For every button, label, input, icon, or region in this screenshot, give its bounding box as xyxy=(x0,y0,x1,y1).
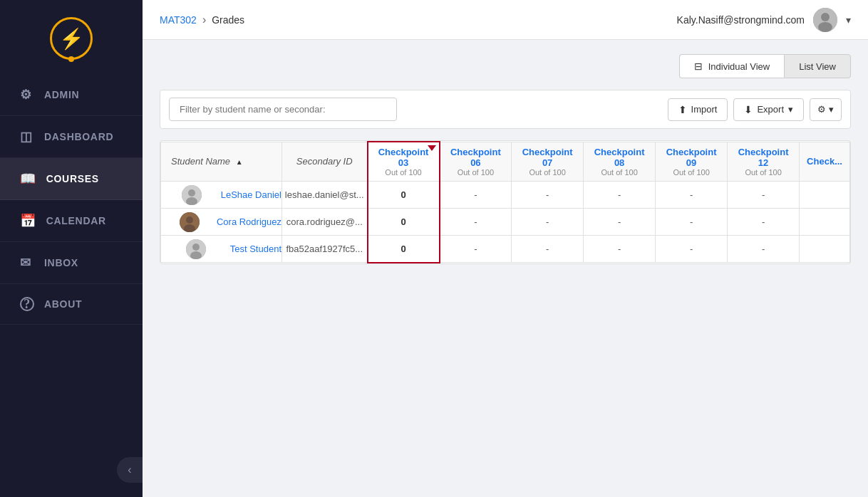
user-menu-chevron[interactable]: ▾ xyxy=(846,14,851,26)
grade-table: Student Name ▲ Secondary ID Checkpoint 0… xyxy=(160,141,850,263)
checkpoint-03-corner-marker xyxy=(428,145,436,151)
student-name-link[interactable]: LeShae Daniel xyxy=(221,189,281,200)
svg-point-7 xyxy=(186,216,193,224)
svg-point-4 xyxy=(188,189,195,197)
logo-circle: ⚡ xyxy=(50,17,93,60)
sidebar-item-calendar[interactable]: 📅 CALENDAR xyxy=(0,200,143,242)
avatar xyxy=(180,212,200,232)
import-label: Import xyxy=(691,104,718,115)
student-name-cell: Test Student xyxy=(161,236,282,263)
sidebar-item-about-label: ABOUT xyxy=(44,298,82,310)
sort-arrow-icon: ▲ xyxy=(236,158,243,166)
about-icon: ? xyxy=(20,297,34,311)
sidebar-item-dashboard[interactable]: ◫ DASHBOARD xyxy=(0,116,143,158)
calendar-icon: 📅 xyxy=(20,213,36,229)
cp06-cell: - xyxy=(440,182,512,209)
secondary-id-cell: fba52aaf1927fc5... xyxy=(282,236,368,263)
topbar-right: Kaly.Nasiff@strongmind.com ▾ xyxy=(677,8,851,32)
sidebar-item-admin[interactable]: ⚙ ADMIN xyxy=(0,74,143,116)
individual-view-icon: ⊟ xyxy=(694,61,703,72)
checkpoint-03-value[interactable]: 0 xyxy=(368,236,440,263)
export-icon: ⬇ xyxy=(744,104,753,115)
cp07-cell: - xyxy=(512,182,584,209)
dashboard-icon: ◫ xyxy=(20,129,34,145)
student-name-link[interactable]: Test Student xyxy=(230,244,281,254)
toolbar: ⬆ Import ⬇ Export ▾ ⚙ ▾ xyxy=(160,90,851,129)
checkpoint-12-header[interactable]: Checkpoint 12 Out of 100 xyxy=(728,142,800,182)
content-area: ⊟ Individual View List View ⬆ Import ⬇ E… xyxy=(143,40,868,497)
checkpoint-07-header[interactable]: Checkpoint 07 Out of 100 xyxy=(512,142,584,182)
user-email: Kaly.Nasiff@strongmind.com xyxy=(677,14,805,26)
inbox-icon: ✉ xyxy=(20,255,34,271)
checkpoint-03-header[interactable]: Checkpoint 03 Out of 100 xyxy=(368,142,440,182)
sidebar: ⚡ ⚙ ADMIN ◫ DASHBOARD 📖 COURSES 📅 CALEND… xyxy=(0,0,143,497)
table-row: Test Student fba52aaf1927fc5... 0 - - - … xyxy=(161,236,850,263)
student-name-link[interactable]: Cora Rodriguez xyxy=(217,216,281,227)
cp07-cell: - xyxy=(512,209,584,236)
cp12-cell: - xyxy=(728,209,800,236)
settings-dropdown-arrow: ▾ xyxy=(829,104,834,115)
filter-input[interactable] xyxy=(169,98,397,121)
cp08-cell: - xyxy=(584,182,656,209)
table-row: LeShae Daniel leshae.daniel@st... 0 - - … xyxy=(161,182,850,209)
checkpoint-09-header[interactable]: Checkpoint 09 Out of 100 xyxy=(656,142,728,182)
sidebar-item-dashboard-label: DASHBOARD xyxy=(44,131,113,142)
cp-more-cell xyxy=(800,209,850,236)
svg-point-1 xyxy=(821,13,830,21)
view-toggle: ⊟ Individual View List View xyxy=(160,54,851,78)
export-label: Export xyxy=(757,104,784,115)
export-button[interactable]: ⬇ Export ▾ xyxy=(733,98,804,121)
export-dropdown-arrow: ▾ xyxy=(788,104,793,115)
secondary-id-header[interactable]: Secondary ID xyxy=(282,142,368,182)
secondary-id-cell: cora.rodriguez@... xyxy=(282,209,368,236)
table-row: Cora Rodriguez cora.rodriguez@... 0 - - … xyxy=(161,209,850,236)
settings-button[interactable]: ⚙ ▾ xyxy=(810,98,842,121)
breadcrumb-separator: › xyxy=(202,14,206,26)
toolbar-actions: ⬆ Import ⬇ Export ▾ ⚙ ▾ xyxy=(668,98,842,121)
admin-icon: ⚙ xyxy=(20,87,34,103)
cp09-cell: - xyxy=(656,209,728,236)
checkpoint-08-header[interactable]: Checkpoint 08 Out of 100 xyxy=(584,142,656,182)
sidebar-item-about[interactable]: ? ABOUT xyxy=(0,284,143,325)
avatar xyxy=(813,8,837,32)
import-icon: ⬆ xyxy=(678,104,687,115)
list-view-button[interactable]: List View xyxy=(784,54,851,78)
sidebar-item-courses-label: COURSES xyxy=(46,173,99,184)
avatar xyxy=(182,185,202,205)
cp12-cell: - xyxy=(728,236,800,263)
checkpoint-03-value[interactable]: 0 xyxy=(368,182,440,209)
cp06-cell: - xyxy=(440,236,512,263)
sidebar-item-inbox[interactable]: ✉ INBOX xyxy=(0,242,143,284)
sidebar-item-admin-label: ADMIN xyxy=(44,89,79,100)
settings-gear-icon: ⚙ xyxy=(817,104,826,115)
cp12-cell: - xyxy=(728,182,800,209)
cp-more-cell xyxy=(800,236,850,263)
main-content: MAT302 › Grades Kaly.Nasiff@strongmind.c… xyxy=(143,0,868,497)
breadcrumb: MAT302 › Grades xyxy=(160,14,244,26)
import-button[interactable]: ⬆ Import xyxy=(668,98,728,121)
logo-container: ⚡ xyxy=(0,0,143,74)
checkpoint-more-header[interactable]: Check... xyxy=(800,142,850,182)
cp08-cell: - xyxy=(584,209,656,236)
student-name-cell: Cora Rodriguez xyxy=(161,209,282,236)
cp07-cell: - xyxy=(512,236,584,263)
topbar: MAT302 › Grades Kaly.Nasiff@strongmind.c… xyxy=(143,0,868,40)
breadcrumb-current: Grades xyxy=(212,14,244,26)
grade-table-wrapper: Student Name ▲ Secondary ID Checkpoint 0… xyxy=(160,140,851,264)
cp-more-cell xyxy=(800,182,850,209)
sidebar-item-inbox-label: INBOX xyxy=(44,257,78,268)
cp06-cell: - xyxy=(440,209,512,236)
breadcrumb-link-mat302[interactable]: MAT302 xyxy=(160,14,197,26)
collapse-button[interactable]: ‹ xyxy=(117,457,143,483)
individual-view-button[interactable]: ⊟ Individual View xyxy=(679,54,784,78)
checkpoint-06-header[interactable]: Checkpoint 06 Out of 100 xyxy=(440,142,512,182)
student-name-header[interactable]: Student Name ▲ xyxy=(161,142,282,182)
list-view-label: List View xyxy=(799,61,836,72)
checkpoint-03-value[interactable]: 0 xyxy=(368,209,440,236)
courses-icon: 📖 xyxy=(20,171,36,187)
sidebar-item-calendar-label: CALENDAR xyxy=(46,215,106,226)
sidebar-item-courses[interactable]: 📖 COURSES xyxy=(0,158,143,200)
svg-point-10 xyxy=(192,244,200,251)
logo-bolt-icon: ⚡ xyxy=(59,27,84,51)
cp08-cell: - xyxy=(584,236,656,263)
